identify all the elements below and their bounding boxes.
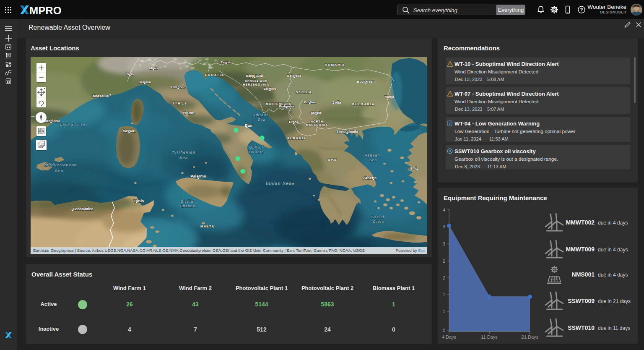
svg-text:MPRO: MPRO — [29, 5, 62, 16]
svg-text:Sicilian: Sicilian — [181, 199, 196, 204]
svg-text:Ionian Sea: Ionian Sea — [266, 181, 292, 186]
svg-text:NORTH: NORTH — [311, 120, 323, 123]
svg-text:Sea: Sea — [179, 155, 188, 160]
svg-text:Crete: Crete — [373, 219, 384, 224]
svg-text:Aegean: Aegean — [364, 153, 380, 157]
svg-text:CROATIA: CROATIA — [205, 73, 224, 77]
svg-text:ITALY: ITALY — [173, 101, 188, 105]
svg-text:GRE: GRE — [328, 158, 338, 162]
svg-text:Tyrrhenian: Tyrrhenian — [172, 150, 196, 154]
svg-text:Rome: Rome — [183, 110, 194, 115]
svg-text:BOSNIA AND: BOSNIA AND — [245, 80, 268, 83]
svg-text:HERZEGOVINA: HERZEGOVINA — [243, 83, 269, 86]
svg-text:ALBANIA: ALBANIA — [287, 136, 306, 140]
svg-text:?: ? — [580, 7, 583, 12]
svg-text:Bari: Bari — [245, 123, 252, 128]
svg-text:Tunis: Tunis — [134, 199, 144, 203]
svg-text:Channel: Channel — [180, 204, 197, 208]
svg-text:Gulf of: Gulf of — [249, 145, 263, 149]
svg-text:SERBIA: SERBIA — [296, 90, 312, 94]
svg-text:MACEDONIA: MACEDONIA — [306, 123, 328, 126]
svg-text:Sea: Sea — [258, 118, 266, 122]
svg-text:Sea: Sea — [369, 158, 377, 162]
svg-text:ROMANIA: ROMANIA — [325, 63, 345, 67]
svg-text:MALTA: MALTA — [200, 225, 215, 228]
svg-text:Taranto: Taranto — [249, 150, 264, 154]
svg-text:Athens: Athens — [363, 175, 377, 180]
svg-text:Golfe du Lion: Golfe du Lion — [60, 123, 85, 127]
svg-text:Marseille: Marseille — [93, 94, 109, 98]
svg-text:Sea: Sea — [55, 168, 64, 173]
svg-text:Mediterranean: Mediterranean — [45, 162, 77, 167]
svg-text:Constantine: Constantine — [73, 207, 93, 211]
svg-text:Adriatic: Adriatic — [252, 113, 269, 117]
svg-text:BULGARIA: BULGARIA — [352, 102, 375, 106]
svg-text:Sea of: Sea of — [371, 215, 384, 219]
